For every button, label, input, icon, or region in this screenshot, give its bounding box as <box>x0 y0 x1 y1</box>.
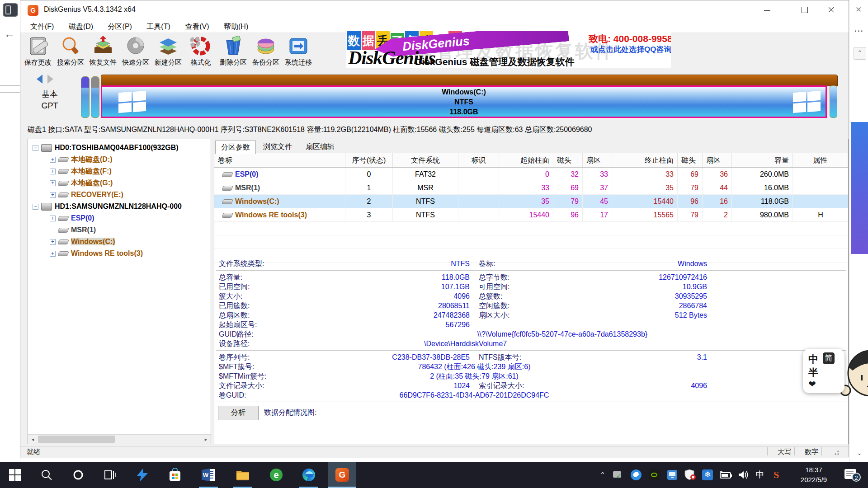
sogou-ime-widget[interactable]: 中 简 半 ❤ <box>803 349 844 393</box>
ime-simplified[interactable]: 简 <box>823 352 835 364</box>
tab-partition-params[interactable]: 分区参数 <box>215 141 256 154</box>
resize-grip[interactable] <box>832 449 840 455</box>
task-view-button[interactable] <box>96 462 124 488</box>
partition-icon <box>57 169 69 174</box>
minimize-button[interactable] <box>757 0 778 19</box>
tray-bird-app-icon[interactable] <box>629 468 643 482</box>
word-button[interactable]: W <box>194 462 222 488</box>
ime-mode[interactable]: 中 <box>808 352 818 366</box>
table-row-windows-selected[interactable]: Windows(C:) 2NTFS 35 7945 1544096 16118.… <box>214 195 848 208</box>
table-row-winre[interactable]: Windows RE tools(3) 3NTFS 15440 9617 155… <box>214 208 848 222</box>
partition-icon <box>57 251 69 256</box>
tree-horizontal-scrollbar[interactable]: ◂ ▸ <box>28 434 211 444</box>
tree-item-hd1[interactable]: −HD1:SAMSUNGMZNLN128HAHQ-000 <box>28 201 211 212</box>
cortana-button[interactable] <box>64 462 92 488</box>
prev-disk-arrow[interactable] <box>37 75 42 84</box>
partition-icon <box>57 192 69 197</box>
menu-view[interactable]: 查看(V) <box>179 20 215 33</box>
delete-partition-button[interactable]: 删除分区 <box>217 35 249 69</box>
allocation-map-caption: 数据分配情况图: <box>264 408 316 418</box>
system-migration-button[interactable]: 系统迁移 <box>283 35 314 69</box>
promo-banner[interactable]: 磁盘管理及数据恢复软件 数 据 丢 了 怎 么 办 ！ DiskGenius D… <box>346 31 671 68</box>
partition-segment-winre[interactable] <box>830 85 837 118</box>
diskgenius-taskbar-button[interactable]: G <box>328 462 356 488</box>
tray-sogou-icon[interactable]: S <box>769 468 783 482</box>
tree-item-f[interactable]: +本地磁盘(F:) <box>28 165 211 177</box>
desktop-wallpaper-strip <box>851 122 868 254</box>
scroll-down-arrow[interactable]: ⌄ <box>854 449 865 458</box>
scroll-right-arrow[interactable]: ▸ <box>202 436 210 443</box>
tray-expand-chevron[interactable]: ⌃ <box>596 468 609 482</box>
green-browser-button[interactable]: e <box>262 462 290 488</box>
tree-item-d[interactable]: +本地磁盘(D:) <box>28 154 211 165</box>
partition-segment-windows-selected[interactable]: Windows(C:) NTFS 118.0GB <box>101 85 827 118</box>
toolbar-label: 搜索分区 <box>55 58 86 67</box>
tree-item-hd0[interactable]: −HD0:TOSHIBAMQ04ABF100(932GB) <box>28 142 211 154</box>
ime-halfwidth[interactable]: 半 <box>808 366 818 380</box>
recover-files-button[interactable]: 恢复文件 <box>87 35 119 69</box>
green-browser-icon: e <box>270 469 283 481</box>
file-explorer-button[interactable] <box>229 462 257 488</box>
tab-browse-files[interactable]: 浏览文件 <box>258 141 297 153</box>
table-row-msr[interactable]: MSR(1) 1MSR 33 6937 3579 4416.0MB <box>214 181 848 195</box>
desktop: ← ✕ ⋯ ⌃ ⌄ G DiskGenius V5.4.3.1342 x64 文… <box>0 0 868 488</box>
menu-help[interactable]: 帮助(H) <box>217 20 255 33</box>
microsoft-store-button[interactable] <box>161 462 189 488</box>
backup-icon <box>255 36 276 56</box>
search-button[interactable] <box>33 462 61 488</box>
back-arrow-icon[interactable]: ← <box>4 28 15 40</box>
tray-intel-graphics-icon[interactable] <box>665 468 679 482</box>
tree-item-recovery[interactable]: +RECOVERY(E:) <box>28 189 211 201</box>
disk-info-line: 磁盘1 接口:SATA 型号:SAMSUNGMZNLN128HAHQ-000H1… <box>20 122 849 137</box>
backup-partition-button[interactable]: 备份分区 <box>250 35 282 69</box>
background-tab-icon[interactable] <box>3 3 18 17</box>
banner-phone: 致电: 400-008-9958 <box>589 33 671 45</box>
pinned-app-lightning[interactable] <box>128 462 156 488</box>
disk-kind-label: 基本 GPT <box>36 88 64 112</box>
notification-center-button[interactable]: 2 <box>844 468 860 482</box>
save-changes-button[interactable]: 保存更改 <box>22 35 54 69</box>
scrollbar-thumb[interactable] <box>38 436 115 443</box>
taskbar-clock[interactable]: 18:37 2022/5/9 <box>791 465 836 485</box>
maximize-button[interactable] <box>794 0 815 19</box>
menu-partition[interactable]: 分区(P) <box>102 20 138 33</box>
start-button[interactable] <box>1 462 29 488</box>
edge-button[interactable] <box>295 462 323 488</box>
new-partition-button[interactable]: 新建分区 <box>152 35 184 69</box>
quick-partition-button[interactable]: 快速分区 <box>120 35 151 69</box>
tray-snowflake-icon[interactable]: ❄ <box>701 468 714 482</box>
tray-update-icon[interactable]: ✓ <box>611 468 625 482</box>
more-options-icon[interactable]: ⋯ <box>853 25 865 35</box>
banner-qq-link[interactable]: 或点击此处选择QQ咨询 <box>590 44 671 55</box>
partition-segment-msr[interactable] <box>91 76 99 118</box>
background-close-icon[interactable]: ✕ <box>852 4 865 16</box>
close-button[interactable] <box>821 0 841 19</box>
table-row-esp[interactable]: ESP(0) 0FAT32 0 3233 3369 36260.0MB <box>214 168 848 181</box>
tree-item-esp[interactable]: +ESP(0) <box>28 212 211 224</box>
tray-ime-indicator[interactable]: 中 <box>753 468 767 482</box>
format-button[interactable]: 格式化 <box>185 35 217 69</box>
tray-security-shield-icon[interactable] <box>684 468 697 482</box>
tray-battery-icon[interactable] <box>719 468 732 482</box>
scroll-up-arrow[interactable]: ⌃ <box>854 47 866 60</box>
menu-file[interactable]: 文件(F) <box>24 20 60 33</box>
menu-tools[interactable]: 工具(T) <box>140 20 176 33</box>
tree-item-winre[interactable]: +Windows RE tools(3) <box>28 248 211 259</box>
tray-nvidia-icon[interactable] <box>647 468 661 482</box>
next-disk-arrow[interactable] <box>47 75 53 84</box>
tree-item-msr[interactable]: MSR(1) <box>28 224 211 236</box>
cortana-icon <box>72 469 84 481</box>
search-partition-button[interactable]: 搜索分区 <box>55 35 86 69</box>
analyze-button[interactable]: 分析 <box>218 406 259 420</box>
toolbar-label: 新建分区 <box>152 58 184 67</box>
tree-item-windows-c[interactable]: +Windows(C:) <box>28 236 211 248</box>
tree-item-g[interactable]: +本地磁盘(G:) <box>28 177 211 189</box>
partition-segment-esp[interactable] <box>81 76 90 118</box>
menu-disk[interactable]: 磁盘(D) <box>62 20 99 33</box>
scroll-left-arrow[interactable]: ◂ <box>29 436 37 443</box>
table-empty-row <box>214 235 848 249</box>
task-view-icon <box>104 469 116 481</box>
tray-volume-icon[interactable] <box>737 468 750 482</box>
format-donut-icon <box>190 36 211 56</box>
tab-sector-editor[interactable]: 扇区编辑 <box>300 141 340 153</box>
